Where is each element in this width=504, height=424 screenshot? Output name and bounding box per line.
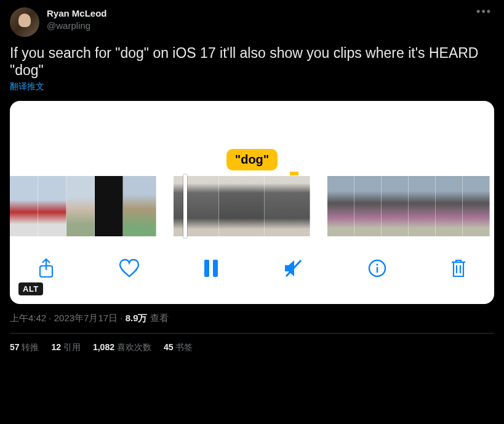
mute-icon[interactable] [282, 258, 305, 278]
thumbnail[interactable] [354, 176, 382, 236]
video-timeline[interactable] [10, 176, 494, 236]
tweet-date[interactable]: 2023年7月17日 [54, 313, 118, 323]
tweet-stats: 57 转推 12 引用 1,082 喜欢次数 45 书签 [10, 334, 494, 353]
stat-likes[interactable]: 1,082 喜欢次数 [93, 342, 151, 353]
thumbnail[interactable] [123, 176, 156, 236]
media-attachment[interactable]: "dog" [10, 101, 494, 304]
tweet-time[interactable]: 上午4:42 [10, 313, 46, 323]
thumbnail[interactable] [10, 176, 38, 236]
translate-link[interactable]: 翻译推文 [10, 81, 494, 92]
heart-icon[interactable] [118, 258, 140, 278]
author-handle[interactable]: @warpling [47, 20, 474, 32]
trash-icon[interactable] [450, 258, 467, 279]
tweet: Ryan McLeod @warpling ••• If you search … [0, 0, 504, 361]
playhead[interactable] [183, 174, 187, 238]
clip-group-2[interactable] [174, 176, 310, 236]
alt-badge[interactable]: ALT [18, 282, 43, 295]
info-icon[interactable] [367, 258, 387, 278]
views-count[interactable]: 8.9万 [126, 313, 148, 323]
tweet-text: If you search for "dog" on iOS 17 it'll … [10, 44, 494, 79]
caption-bubble-row: "dog" [10, 149, 494, 170]
svg-rect-1 [204, 260, 209, 277]
views-label: 查看 [148, 313, 169, 323]
more-menu-button[interactable]: ••• [474, 7, 494, 16]
caption-marker [290, 172, 298, 175]
media-controls [10, 251, 494, 286]
svg-point-5 [376, 263, 378, 265]
thumbnail[interactable] [38, 176, 66, 236]
thumbnail[interactable] [463, 176, 490, 236]
tweet-meta: 上午4:42 · 2023年7月17日 · 8.9万 查看 [10, 313, 494, 324]
share-icon[interactable] [37, 258, 55, 279]
thumbnail[interactable] [219, 176, 265, 236]
thumbnail[interactable] [265, 176, 310, 236]
author-block: Ryan McLeod @warpling [47, 7, 474, 32]
caption-bubble: "dog" [226, 149, 278, 170]
thumbnail[interactable] [327, 176, 354, 236]
thumbnail[interactable] [95, 176, 123, 236]
stat-quotes[interactable]: 12 引用 [51, 342, 80, 353]
thumbnail[interactable] [436, 176, 463, 236]
clip-group-1[interactable] [10, 176, 156, 236]
author-display-name[interactable]: Ryan McLeod [47, 7, 474, 20]
thumbnail[interactable] [409, 176, 436, 236]
thumbnail[interactable] [66, 176, 95, 236]
stat-retweets[interactable]: 57 转推 [10, 342, 39, 353]
thumbnail[interactable] [174, 176, 219, 236]
avatar[interactable] [10, 7, 39, 37]
pause-icon[interactable] [203, 258, 219, 278]
stat-bookmarks[interactable]: 45 书签 [164, 342, 193, 353]
thumbnail[interactable] [382, 176, 409, 236]
tweet-header: Ryan McLeod @warpling ••• [10, 7, 494, 37]
clip-group-3[interactable] [327, 176, 490, 236]
svg-rect-2 [213, 260, 218, 277]
